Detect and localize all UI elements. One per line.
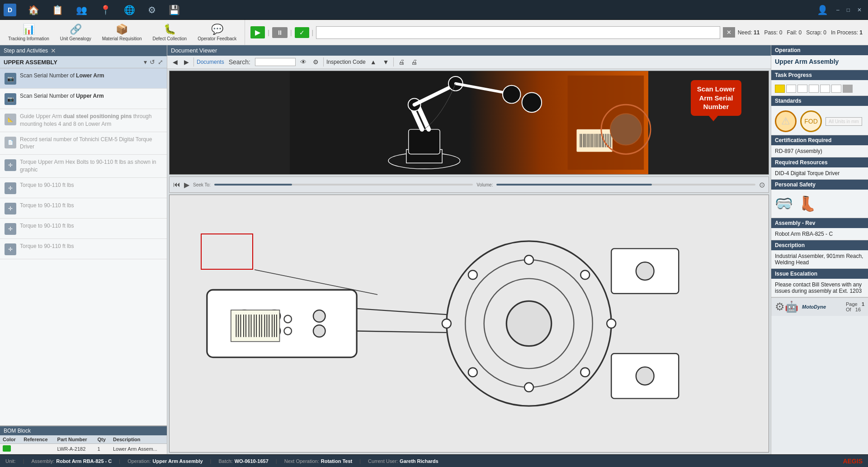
bom-cell-desc: Lower Arm Assem... — [110, 444, 167, 454]
step-scan-lower-arm[interactable]: 📷 Scan Serial Number of Lower Arm — [0, 68, 167, 89]
step-text-5: Torque Upper Arm Hex Bolts to 90-110 ft … — [20, 158, 162, 174]
step-record-serial[interactable]: 📄 Record serial number of Tohnichi CEM-5… — [0, 132, 167, 155]
maximize-button[interactable]: □ — [844, 6, 853, 14]
status-close-button[interactable]: ✕ — [723, 27, 735, 38]
toolbar-feedback[interactable]: 💬 Operator Feedback — [193, 22, 241, 43]
step-activities-close[interactable]: ✕ — [51, 47, 56, 54]
toolbar-material[interactable]: 📦 Material Requisition — [98, 22, 146, 43]
operation-bb-value: Upper Arm Assembly — [153, 458, 203, 464]
nav-pages-icon[interactable]: 📋 — [48, 3, 67, 17]
doc-back-btn[interactable]: ◀ — [171, 57, 179, 67]
standards-row: ⚠ FOD All Units in mm — [775, 110, 864, 132]
svg-point-40 — [506, 301, 551, 346]
doc-gear-btn[interactable]: ⚙ — [311, 57, 321, 67]
doc-arr-up-btn[interactable]: ▲ — [368, 57, 378, 67]
asm-refresh-btn[interactable]: ↺ — [150, 58, 155, 66]
step-icon-9: ✛ — [5, 243, 16, 255]
svg-point-42 — [580, 270, 590, 279]
doc-search-input[interactable] — [255, 58, 296, 66]
document-viewer: Document Viewer ◀ ▶ Documents Search: 👁 … — [167, 45, 771, 454]
nav-save-icon[interactable]: 💾 — [165, 3, 184, 17]
tp-box-1 — [775, 85, 785, 93]
step-guide-upper-arm[interactable]: 📐 Guide Upper Arm dual steel positioning… — [0, 109, 167, 132]
doc-print1-btn[interactable]: 🖨 — [396, 57, 406, 67]
motodyne-icon: ⚙🤖 — [775, 300, 798, 313]
step-text-6: Torque to 90-110 ft lbs — [20, 181, 74, 189]
vid-back-btn[interactable]: ⏮ — [173, 181, 180, 189]
right-panel: Operation Upper Arm Assembly Task Progre… — [771, 45, 868, 454]
window-controls: – □ ✕ — [834, 6, 864, 14]
step-torque-9[interactable]: ✛ Torque to 90-110 ft lbs — [0, 239, 167, 259]
doc-forward-btn[interactable]: ▶ — [182, 57, 191, 67]
step-icon-6: ✛ — [5, 182, 16, 194]
scrap-value: 0 — [823, 29, 826, 36]
aegis-logo: AEGIS — [843, 457, 863, 465]
nav-location-icon[interactable]: 📍 — [96, 3, 115, 17]
genealogy-label: Unit Genealogy — [60, 36, 91, 41]
scan-callout: Scan Lower Arm Serial Number — [691, 80, 741, 116]
nav-home-icon[interactable]: 🏠 — [24, 3, 43, 17]
play-button[interactable]: ▶ — [250, 26, 265, 38]
standards-header: Standards — [771, 96, 868, 106]
of-label: Of — [846, 307, 851, 312]
docs-link[interactable]: Documents — [197, 59, 224, 65]
asm-down-btn[interactable]: ▾ — [144, 58, 147, 66]
vid-fullscreen-btn[interactable]: ⊙ — [759, 181, 765, 189]
doc-eye-btn[interactable]: 👁 — [298, 57, 308, 67]
toolbar-defect[interactable]: 🐛 Defect Collection — [148, 22, 192, 43]
step-torque-hex[interactable]: ✛ Torque Upper Arm Hex Bolts to 90-110 f… — [0, 155, 167, 178]
doc-content: Scan Lower Arm Serial Number ⏮ ▶ Seek To… — [167, 69, 771, 454]
app-logo: D — [4, 4, 16, 16]
warning-icon: ⚠ — [781, 115, 790, 127]
minimize-button[interactable]: – — [834, 6, 842, 14]
user-icon[interactable]: 👤 — [817, 5, 828, 15]
safety-header: Personal Safety — [771, 180, 868, 190]
doc-toolbar-sep1 — [193, 57, 194, 67]
toolbar-tracking[interactable]: 📊 Tracking Information — [4, 22, 54, 43]
step-scan-upper-arm[interactable]: 📷 Scan Serial Number of Upper Arm — [0, 89, 167, 109]
cert-header: Certification Required — [771, 135, 868, 145]
pass-value: 0 — [779, 29, 783, 36]
doc-arr-down-btn[interactable]: ▼ — [381, 57, 391, 67]
doc-print2-btn[interactable]: 🖨 — [409, 57, 419, 67]
status-input[interactable] — [316, 26, 720, 39]
cert-content: RD-897 (Assembly) — [771, 145, 868, 157]
genealogy-icon: 🔗 — [70, 24, 82, 35]
motodyne-logo: MotoDyne — [802, 304, 826, 310]
bom-cell-qty: 1 — [94, 444, 110, 454]
user-value: Gareth Richards — [400, 458, 439, 464]
nav-settings-icon[interactable]: ⚙ — [144, 3, 160, 17]
play-sep: | — [268, 29, 269, 36]
step-icon-8: ✛ — [5, 223, 16, 235]
robot-arm-svg — [170, 71, 769, 174]
user-item: Current User: Gareth Richards — [368, 458, 439, 464]
step-torque-7[interactable]: ✛ Torque to 90-110 ft lbs — [0, 198, 167, 219]
sep4: | — [276, 458, 277, 464]
batch-item: Batch: WO-0610-1657 — [218, 458, 268, 464]
left-panel: Step and Activities ✕ UPPER ASSEMBLY ▾ ↺… — [0, 45, 167, 454]
vid-time-label: Seek To: — [193, 182, 211, 187]
step-torque-6[interactable]: ✛ Torque to 90-110 ft lbs — [0, 178, 167, 198]
step-torque-8[interactable]: ✛ Torque to 90-110 ft lbs — [0, 219, 167, 239]
toolbar-genealogy[interactable]: 🔗 Unit Genealogy — [56, 22, 96, 43]
vid-progress-bar[interactable] — [214, 184, 473, 186]
bom-col-ref: Reference — [21, 435, 54, 444]
assembly-controls: ▾ ↺ ⤢ — [144, 58, 163, 66]
pause-button[interactable]: ⏸ — [272, 27, 288, 38]
fail-label: Fail: — [787, 29, 797, 36]
asm-expand-btn[interactable]: ⤢ — [158, 58, 163, 66]
vid-play-btn[interactable]: ▶ — [184, 181, 189, 189]
svg-point-10 — [503, 86, 521, 104]
user-label: Current User: — [368, 458, 398, 464]
assembly-rev-value: Robot Arm RBA-825 - C — [775, 231, 864, 237]
close-button[interactable]: ✕ — [854, 6, 864, 14]
safety-boots-icon: 👢 — [798, 195, 816, 212]
tp-box-5 — [820, 85, 830, 93]
step-text-2: Scan Serial Number of Upper Arm — [20, 92, 104, 100]
nav-globe-icon[interactable]: 🌐 — [120, 3, 139, 17]
operation-bb-label: Operation: — [127, 458, 151, 464]
check-button[interactable]: ✓ — [295, 27, 309, 38]
assembly-rev-header: Assembly - Rev — [771, 218, 868, 228]
vid-volume-bar[interactable] — [496, 184, 755, 186]
nav-people-icon[interactable]: 👥 — [72, 3, 91, 17]
